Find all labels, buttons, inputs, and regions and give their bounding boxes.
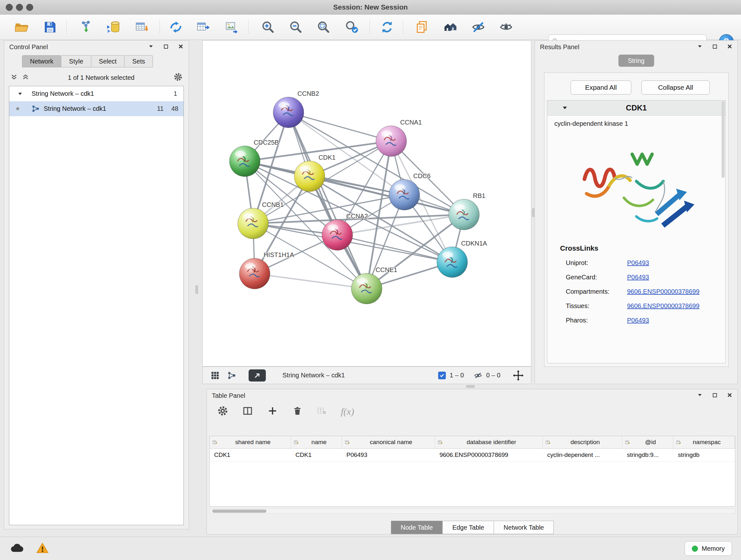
tab-network-table[interactable]: Network Table <box>494 521 554 534</box>
network-node-cdc25b[interactable] <box>229 146 260 177</box>
network-overview-button[interactable] <box>227 371 237 380</box>
network-node-ccnb1[interactable] <box>238 208 268 239</box>
tree-expander-icon[interactable] <box>17 91 23 97</box>
new-network-button[interactable] <box>167 19 184 36</box>
splitter-handle[interactable] <box>195 285 198 294</box>
close-window-button[interactable] <box>6 4 13 11</box>
network-node-cdkn1a[interactable] <box>437 247 468 277</box>
table-cell[interactable]: 9606.ENSP00000378699 <box>435 449 543 461</box>
table-cell[interactable]: stringdb <box>673 449 735 461</box>
warning-button[interactable] <box>36 542 49 555</box>
grid-view-button[interactable] <box>210 371 220 380</box>
table-cell[interactable]: P06493 <box>342 449 435 461</box>
pan-crosshair-button[interactable] <box>513 370 524 381</box>
export-image-button[interactable] <box>223 19 240 36</box>
splitter-handle[interactable] <box>532 208 535 217</box>
network-graph[interactable]: CCNB2CCNA1CDC25BCDK1CDC6RB1CCNB1CCNA2CDK… <box>203 41 531 366</box>
import-table-from-file-button[interactable] <box>133 19 150 36</box>
hide-selected-button[interactable] <box>470 19 487 36</box>
apply-layout-button[interactable] <box>379 19 395 36</box>
import-network-from-file-button[interactable] <box>78 19 95 36</box>
panel-close-icon[interactable] <box>727 44 732 51</box>
column-header-name[interactable]: name <box>291 436 342 448</box>
save-session-button[interactable] <box>42 19 58 36</box>
crosslink-tissues-link[interactable]: 9606.ENSP00000378699 <box>627 302 699 310</box>
tab-sets[interactable]: Sets <box>124 55 153 67</box>
network-view-canvas[interactable]: CCNB2CCNA1CDC25BCDK1CDC6RB1CCNB1CCNA2CDK… <box>202 40 531 367</box>
column-header-shared-name[interactable]: shared name <box>210 436 291 448</box>
panel-menu-icon[interactable] <box>697 44 703 51</box>
collapse-all-networks-icon[interactable] <box>10 73 17 82</box>
export-table-button[interactable] <box>195 19 212 36</box>
network-collection-row[interactable]: String Network – cdk1 1 <box>9 86 184 101</box>
hidden-eye-icon[interactable] <box>474 371 482 380</box>
network-row[interactable]: String Network – cdk1 11 48 <box>9 101 184 116</box>
network-node-ccne1[interactable] <box>351 273 382 304</box>
column-header--id[interactable]: @id <box>622 436 673 448</box>
zoom-window-button[interactable] <box>26 4 33 11</box>
memory-button[interactable]: Memory <box>684 541 732 556</box>
zoom-fit-button[interactable] <box>315 19 332 36</box>
crosslink-genecard-link[interactable]: P06493 <box>627 273 649 281</box>
protein-section-header[interactable]: CDK1 <box>547 101 725 116</box>
table-cell[interactable]: stringdb:9... <box>622 449 673 461</box>
panel-float-icon[interactable] <box>712 44 718 51</box>
add-column-icon[interactable] <box>267 405 278 418</box>
show-all-button[interactable] <box>498 19 515 36</box>
network-node-cdc6[interactable] <box>389 179 420 210</box>
splitter-handle[interactable] <box>466 385 475 388</box>
application-window: Session: New Session <box>0 0 741 560</box>
column-header-canonical-name[interactable]: canonical name <box>342 436 435 448</box>
panel-float-icon[interactable] <box>163 44 169 51</box>
collapse-all-button[interactable]: Collapse All <box>642 80 710 95</box>
import-network-from-database-button[interactable] <box>105 19 122 36</box>
zoom-in-button[interactable] <box>260 19 276 36</box>
network-node-cdk1[interactable] <box>294 161 325 192</box>
results-scrollbar[interactable] <box>722 101 725 178</box>
selected-checkbox[interactable] <box>438 372 446 379</box>
tab-style[interactable]: Style <box>61 55 91 67</box>
crosslink-compartments-link[interactable]: 9606.ENSP00000378699 <box>627 288 699 295</box>
table-settings-gear-icon[interactable] <box>217 405 228 418</box>
column-header-description[interactable]: description <box>543 436 623 448</box>
table-cell[interactable]: cyclin-dependent ... <box>543 449 623 461</box>
detach-view-button[interactable] <box>249 369 266 381</box>
tab-string[interactable]: String <box>618 55 654 67</box>
network-node-hist1h1a[interactable] <box>239 258 270 289</box>
zoom-out-button[interactable] <box>287 19 304 36</box>
crosslink-pharos-link[interactable]: P06493 <box>627 317 649 324</box>
expand-all-networks-icon[interactable] <box>22 73 29 82</box>
network-node-ccna1[interactable] <box>376 126 407 157</box>
cloud-button[interactable] <box>10 541 24 556</box>
table-cell[interactable]: CDK1 <box>291 449 342 461</box>
column-header-database-identifier[interactable]: database identifier <box>435 436 543 448</box>
panel-menu-icon[interactable] <box>148 44 154 51</box>
network-node-rb1[interactable] <box>449 199 479 230</box>
panel-close-icon[interactable] <box>727 392 732 399</box>
expand-all-button[interactable]: Expand All <box>570 80 631 95</box>
panel-menu-icon[interactable] <box>697 392 703 399</box>
zoom-selected-button[interactable] <box>344 19 360 36</box>
table-row[interactable]: CDK1CDK1P064939606.ENSP00000378699cyclin… <box>210 449 735 462</box>
scrollbar-thumb[interactable] <box>212 509 266 513</box>
panel-close-icon[interactable] <box>178 44 184 51</box>
annotation-button[interactable] <box>414 19 430 36</box>
tab-network[interactable]: Network <box>22 55 61 67</box>
network-node-ccna2[interactable] <box>322 220 353 250</box>
minimize-window-button[interactable] <box>16 4 23 11</box>
tab-edge-table[interactable]: Edge Table <box>442 521 494 534</box>
tab-node-table[interactable]: Node Table <box>391 521 443 534</box>
birds-eye-view-button[interactable] <box>442 19 459 36</box>
section-expander-icon[interactable] <box>562 105 568 111</box>
delete-column-icon[interactable] <box>292 405 303 418</box>
gear-icon[interactable] <box>173 72 183 83</box>
panel-float-icon[interactable] <box>712 392 718 399</box>
table-cell[interactable]: CDK1 <box>210 449 291 461</box>
network-node-ccnb2[interactable] <box>273 97 304 128</box>
crosslink-uniprot-link[interactable]: P06493 <box>627 259 649 266</box>
tab-select[interactable]: Select <box>91 55 125 67</box>
open-session-button[interactable] <box>13 19 30 36</box>
column-header-namespac[interactable]: namespac <box>673 436 735 448</box>
table-horizontal-scrollbar[interactable] <box>209 509 735 514</box>
select-columns-icon[interactable] <box>242 405 253 418</box>
